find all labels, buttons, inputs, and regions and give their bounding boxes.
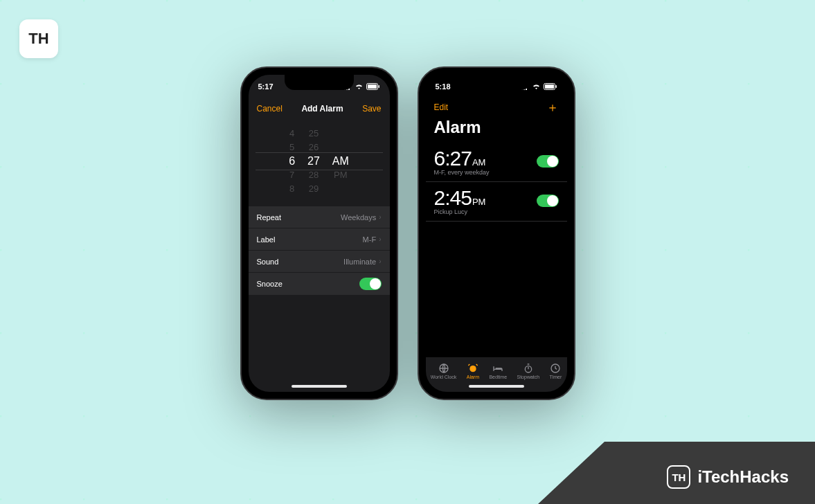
nav-bar: Cancel Add Alarm Save — [249, 98, 390, 119]
wifi-icon — [532, 83, 541, 90]
picker-period-opt: PM — [332, 168, 349, 182]
row-label: Label — [257, 235, 276, 244]
home-indicator[interactable] — [469, 385, 524, 388]
globe-icon — [438, 363, 449, 374]
notch — [462, 75, 531, 90]
alarm-time: 2:45PM — [434, 186, 486, 210]
alarm-settings-list: Repeat Weekdays› Label M-F› Sound Illumi… — [249, 206, 390, 295]
tab-stopwatch[interactable]: Stopwatch — [517, 363, 540, 379]
svg-point-15 — [469, 366, 476, 372]
alarm-item[interactable]: 2:45PM Pickup Lucy — [426, 182, 567, 222]
row-sound[interactable]: Sound Illuminate› — [249, 251, 390, 273]
tab-alarm[interactable]: Alarm — [467, 363, 479, 379]
alarm-icon — [467, 363, 478, 374]
tab-bedtime[interactable]: Bedtime — [489, 363, 507, 379]
status-time: 5:18 — [436, 82, 451, 91]
picker-period[interactable]: AM PM — [332, 127, 349, 196]
footer-banner: TH iTechHacks — [538, 442, 815, 504]
alarm-toggle[interactable] — [537, 195, 559, 207]
row-label: Snooze — [257, 280, 283, 288]
alarm-subtitle: M-F, every weekday — [434, 169, 490, 176]
chevron-right-icon: › — [379, 258, 381, 265]
snooze-toggle[interactable] — [359, 278, 382, 290]
picker-min-opt: 29 — [307, 182, 320, 196]
svg-rect-12 — [545, 84, 554, 89]
picker-min-opt: 25 — [307, 127, 320, 141]
picker-hour-opt: 7 — [289, 168, 295, 182]
picker-hour-selected: 6 — [289, 154, 295, 168]
phone-right: 5:18 Edit ＋ Alarm 6:27AM M-F, every week… — [418, 66, 575, 400]
picker-min-opt: 28 — [307, 168, 320, 182]
screen-alarm-list: 5:18 Edit ＋ Alarm 6:27AM M-F, every week… — [426, 75, 567, 392]
save-button[interactable]: Save — [362, 104, 381, 114]
notch — [285, 75, 354, 90]
picker-period-selected: AM — [332, 154, 349, 168]
tab-label: Alarm — [467, 375, 479, 379]
picker-min-selected: 27 — [307, 154, 320, 168]
row-value: Weekdays› — [341, 213, 382, 222]
row-value: M-F› — [363, 235, 382, 244]
footer-brand: TH iTechHacks — [667, 465, 789, 489]
picker-hour-opt: 4 — [289, 127, 295, 141]
row-repeat[interactable]: Repeat Weekdays› — [249, 206, 390, 228]
timer-icon — [550, 363, 561, 374]
tab-label: Stopwatch — [517, 375, 540, 379]
page-title: Alarm — [426, 116, 567, 143]
time-picker[interactable]: 4 5 6 7 8 25 26 27 28 29 AM PM — [249, 123, 390, 199]
screen-add-alarm: 5:17 Cancel Add Alarm Save 4 5 6 7 — [249, 75, 390, 392]
svg-rect-5 — [368, 84, 377, 89]
row-value: Illuminate› — [343, 258, 381, 266]
picker-minutes[interactable]: 25 26 27 28 29 — [307, 127, 320, 196]
cancel-button[interactable]: Cancel — [257, 104, 283, 114]
picker-hours[interactable]: 4 5 6 7 8 — [289, 127, 295, 196]
nav-bar: Edit ＋ — [426, 98, 567, 116]
tab-timer[interactable]: Timer — [550, 363, 562, 379]
status-time: 5:17 — [258, 82, 274, 91]
picker-hour-opt: 5 — [289, 141, 295, 154]
phone-mockups: 5:17 Cancel Add Alarm Save 4 5 6 7 — [240, 66, 575, 400]
home-indicator[interactable] — [292, 385, 347, 388]
tab-label: Bedtime — [489, 375, 507, 379]
alarm-toggle[interactable] — [537, 155, 559, 168]
chevron-right-icon: › — [379, 235, 381, 243]
picker-hour-opt: 8 — [289, 182, 295, 196]
row-label: Repeat — [257, 213, 281, 222]
tab-label: World Clock — [431, 375, 457, 379]
alarm-time: 6:27AM — [434, 147, 490, 170]
battery-icon — [366, 83, 380, 90]
row-label: Sound — [257, 258, 279, 266]
picker-min-opt: 26 — [307, 141, 320, 154]
chevron-right-icon: › — [379, 213, 381, 221]
edit-button[interactable]: Edit — [434, 102, 449, 112]
bed-icon — [492, 363, 503, 374]
tab-label: Timer — [550, 375, 562, 379]
svg-rect-13 — [555, 85, 557, 88]
tab-world-clock[interactable]: World Clock — [431, 363, 457, 379]
site-logo-top: TH — [19, 19, 58, 58]
svg-rect-6 — [378, 85, 379, 88]
row-snooze: Snooze — [249, 273, 390, 295]
phone-left: 5:17 Cancel Add Alarm Save 4 5 6 7 — [240, 66, 398, 400]
stopwatch-icon — [523, 363, 534, 374]
site-logo-text: TH — [28, 30, 48, 48]
add-alarm-button[interactable]: ＋ — [546, 101, 559, 114]
nav-title: Add Alarm — [301, 104, 343, 114]
row-label[interactable]: Label M-F› — [249, 228, 390, 251]
alarm-item[interactable]: 6:27AM M-F, every weekday — [426, 143, 567, 182]
wifi-icon — [355, 83, 364, 90]
footer-logo-icon: TH — [667, 465, 690, 489]
battery-icon — [544, 83, 557, 90]
footer-brand-text: iTechHacks — [697, 467, 789, 487]
